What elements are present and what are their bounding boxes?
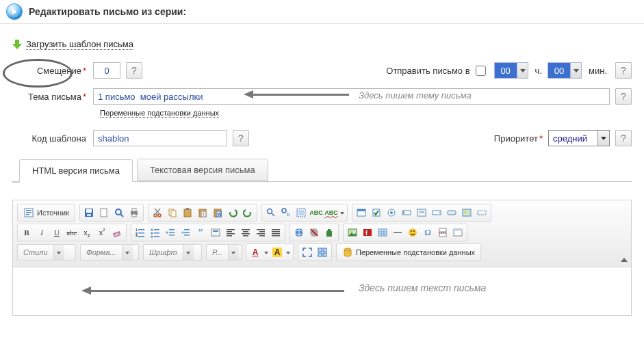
send-enable-checkbox[interactable] [476,66,486,76]
source-button[interactable]: Источник [19,205,73,220]
editor-body[interactable]: Здесь пишем текст письма [13,267,631,315]
anchor-button[interactable] [322,225,337,240]
replace-button[interactable]: b [279,205,294,220]
checkbox-btn[interactable] [369,205,384,220]
align-left-button[interactable] [223,225,238,240]
textcolor-dropdown[interactable] [263,245,270,260]
preview-button[interactable] [112,205,127,220]
bullist-button[interactable] [148,225,163,240]
svg-rect-47 [478,211,486,215]
blockquote-button[interactable]: ” [193,225,208,240]
size-combo[interactable]: Р... [206,244,242,261]
svg-point-13 [154,214,157,217]
imagebutton-btn[interactable] [459,205,474,220]
iframe-button[interactable] [450,225,465,240]
send-minutes-select[interactable]: 00 [548,62,582,79]
italic-button[interactable]: I [34,225,49,240]
table-button[interactable] [375,225,390,240]
vars-button[interactable]: Переменные подстановки данных [338,245,479,260]
flash-button[interactable]: f [360,225,375,240]
button-btn[interactable] [444,205,459,220]
svg-rect-11 [132,209,136,211]
paste-word-button[interactable]: W [210,205,225,220]
load-template-link[interactable]: Загрузить шаблон письма [26,39,133,50]
paste-button[interactable] [180,205,195,220]
subject-input[interactable] [93,88,610,105]
subject-row: Тема письма* Здесь пишем тему письма ? [12,88,632,105]
svg-rect-110 [318,253,322,256]
selectall-button[interactable] [294,205,309,220]
radio-btn[interactable] [384,205,399,220]
hr-button[interactable] [390,225,405,240]
tab-text-version[interactable]: Текстовая версия письма [137,159,268,181]
copy-button[interactable] [165,205,180,220]
bgcolor-dropdown[interactable] [285,245,292,260]
image-button[interactable] [345,225,360,240]
svg-rect-81 [272,229,280,230]
svg-rect-63 [169,235,175,236]
subject-vars-link[interactable]: Переменные подстановки данных [100,109,219,118]
cut-button[interactable] [150,205,165,220]
svg-rect-82 [272,231,280,232]
align-justify-button[interactable] [268,225,283,240]
subject-help-button[interactable]: ? [615,88,632,105]
link-button[interactable] [292,225,307,240]
styles-combo[interactable]: Стили [17,244,76,261]
removeformat-button[interactable] [110,225,125,240]
font-combo[interactable]: Шрифт [143,244,202,261]
svg-text:3: 3 [136,234,138,238]
paste-text-button[interactable]: T [195,205,210,220]
hidden-btn[interactable] [474,205,489,220]
redo-button[interactable] [240,205,255,220]
superscript-button[interactable]: x² [94,225,110,240]
div-button[interactable] [208,225,223,240]
priority-help-button[interactable]: ? [615,130,632,146]
format-combo[interactable]: Форма... [80,244,139,261]
align-center-button[interactable] [238,225,253,240]
form-button[interactable] [354,205,369,220]
maximize-button[interactable] [300,245,315,260]
spellcheck-dropdown[interactable] [339,205,346,220]
svg-rect-69 [227,229,235,230]
offset-input[interactable] [93,62,120,79]
spellcheck-button[interactable]: ABC [309,205,324,220]
textcolor-button[interactable]: A [248,245,263,260]
specialchar-button[interactable]: Ω [420,225,435,240]
showblocks-button[interactable] [315,245,330,260]
outdent-button[interactable] [163,225,178,240]
newpage-button[interactable] [96,205,112,220]
undo-button[interactable] [225,205,240,220]
send-hours-select[interactable]: 00 [494,62,528,79]
clipboard-icon [182,207,193,218]
numlist-button[interactable]: 123 [133,225,148,240]
strike-button[interactable]: abc [64,225,79,240]
svg-rect-80 [259,235,265,237]
bgcolor-button[interactable]: A [270,245,285,260]
indent-button[interactable] [178,225,193,240]
priority-select[interactable]: средний [548,130,610,146]
svg-rect-64 [184,229,190,230]
save-button[interactable] [81,205,96,220]
tab-html-version[interactable]: HTML версия письма [19,159,133,182]
bold-button[interactable]: B [19,225,34,240]
send-help-button[interactable]: ? [615,62,632,79]
print-button[interactable] [127,205,142,220]
spellcheck-toggle-button[interactable]: ABС [324,205,339,220]
toolbar-collapse-button[interactable] [620,256,628,264]
svg-rect-44 [448,211,456,215]
alignright-icon [255,227,266,238]
smiley-button[interactable] [405,225,420,240]
template-code-input[interactable] [93,130,227,146]
align-right-button[interactable] [253,225,268,240]
select-btn[interactable] [429,205,444,220]
unlink-button[interactable] [307,225,322,240]
textfield-btn[interactable] [399,205,414,220]
template-code-help-button[interactable]: ? [233,130,249,146]
subscript-button[interactable]: x₂ [79,225,94,240]
pagebreak-button[interactable] [435,225,450,240]
textarea-btn[interactable] [414,205,429,220]
offset-help-button[interactable]: ? [126,62,142,79]
find-button[interactable] [263,205,279,220]
underline-button[interactable]: U [49,225,64,240]
vars-link-row: Переменные подстановки данных [100,107,632,118]
